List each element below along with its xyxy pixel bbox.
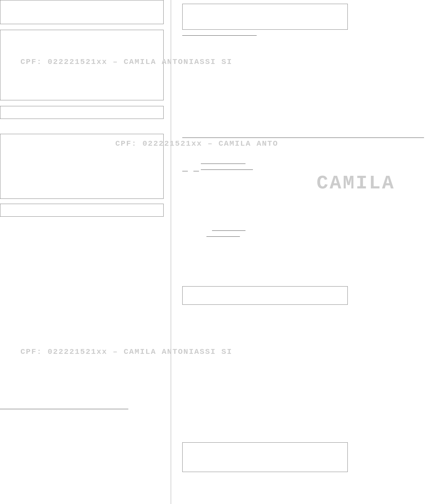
left-box-5 [0,204,164,217]
right-box-2 [182,286,348,305]
right-column: CPF: 022221521xx – CAMILA ANTO CAMILA [171,0,427,504]
left-box-4 [0,134,164,199]
underline-right-8 [206,236,240,237]
left-box-2 [0,30,164,100]
underline-right-1 [182,35,257,36]
camila-text: CAMILA [317,172,395,194]
underline-right-3 [201,164,245,164]
underline-right-6 [193,171,199,171]
page-container: CPF: 022221521xx – CAMILA ANTONIASSI SI … [0,0,427,504]
underline-left-1 [0,409,128,409]
underline-right-7 [212,230,245,231]
underline-right-5 [182,171,188,171]
left-box-1 [0,0,164,24]
left-column: CPF: 022221521xx – CAMILA ANTONIASSI SI … [0,0,171,504]
right-box-1 [182,4,348,30]
underline-right-2 [182,138,424,138]
left-box-3 [0,106,164,119]
underline-right-4 [201,169,253,170]
right-box-3 [182,442,348,472]
